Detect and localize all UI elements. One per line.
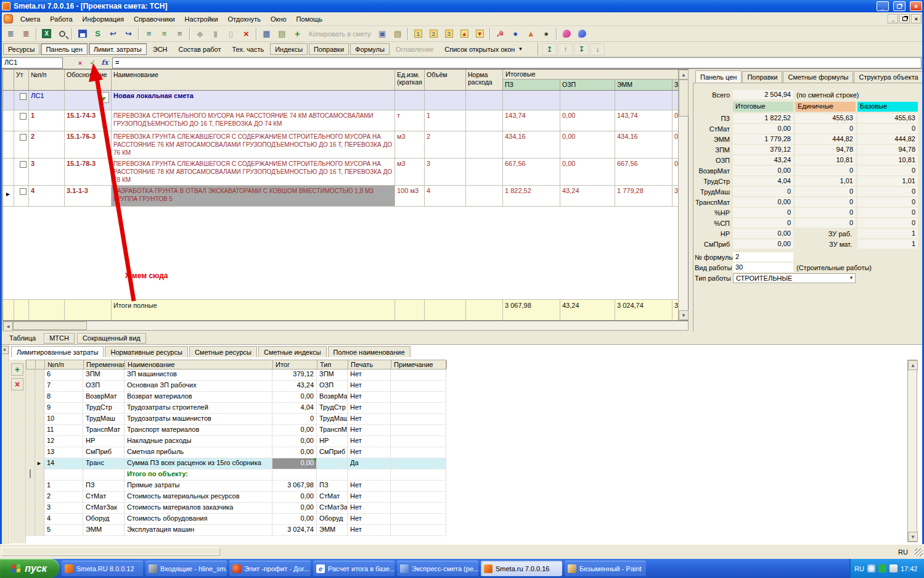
checkbox-icon[interactable] <box>20 188 27 195</box>
estimate-tree-add-icon[interactable]: ≣ <box>18 27 34 41</box>
tab-struktura-obekta[interactable]: Структура объекта <box>854 71 923 83</box>
position-row[interactable]: 1 15.1-74-3 ПЕРЕВОЗКА СТРОИТЕЛЬНОГО МУСО… <box>3 110 679 131</box>
grid-vertical-scrollbar[interactable]: ▲ ▼ <box>678 70 688 320</box>
antivirus-icon[interactable] <box>878 564 886 572</box>
mdi-minimize-button[interactable]: _ <box>888 14 898 23</box>
tab-panel-cen-right[interactable]: Панель цен <box>695 70 742 83</box>
object-cost-row[interactable]: 3 СтМатЗак Стоимость материалов заказчик… <box>26 503 446 514</box>
tab-smetnye-formuly[interactable]: Сметные формулы <box>783 71 853 83</box>
taskbar-button-smeta7-active[interactable]: Smeta.ru 7.0.0.16 <box>481 561 562 576</box>
tab-popravki-right[interactable]: Поправки <box>742 71 782 83</box>
price-base-value[interactable]: 1,01 <box>857 176 918 186</box>
add-cost-button[interactable]: + <box>11 363 23 376</box>
function-fx-button[interactable]: fx <box>99 57 111 68</box>
nr-total[interactable]: 0,00 <box>733 229 793 238</box>
approve-checkbox[interactable] <box>14 159 29 185</box>
costs-header-total[interactable]: Итог <box>273 360 317 369</box>
tab-mtsn[interactable]: МТСН <box>44 333 75 344</box>
approve-checkbox[interactable] <box>14 110 29 131</box>
cost-row[interactable]: 14 Транс Сумма ПЗ всех расценок из 15го … <box>26 458 446 469</box>
tab-normativnye-resursy[interactable]: Нормативные ресурсы <box>105 346 187 357</box>
taskbar-button-paint[interactable]: Безымянный - Paint <box>565 561 646 576</box>
formula-number-input[interactable]: 2 <box>733 252 793 262</box>
scroll-left-icon[interactable]: ◄ <box>3 321 13 331</box>
tab-indeksy[interactable]: Индексы <box>270 43 308 55</box>
price-base-value[interactable]: 0 <box>857 218 918 228</box>
cost-row[interactable]: 11 ТранспМат Транспорт материалов 0,00 Т… <box>26 425 446 436</box>
checkbox-icon[interactable] <box>20 134 27 141</box>
price-unit-value[interactable]: 0 <box>795 124 856 133</box>
cancel-formula-icon[interactable]: × <box>74 57 86 68</box>
tab-limitirovannye-zatraty[interactable]: Лимитированные затраты <box>11 346 104 357</box>
checkbox-icon[interactable] <box>20 93 27 100</box>
costs-header-type[interactable]: Тип <box>317 360 348 369</box>
approve-checkbox[interactable] <box>14 186 29 206</box>
price-total-value[interactable]: 0 <box>733 208 793 217</box>
menu-spravochniki[interactable]: Справочники <box>129 13 180 25</box>
approve-checkbox[interactable] <box>14 131 29 158</box>
price-base-value[interactable]: 0 <box>857 166 918 175</box>
price-base-value[interactable]: 10,81 <box>857 155 918 165</box>
price-total-value[interactable]: 4,04 <box>733 176 793 186</box>
resources-icon[interactable]: ☭ <box>493 27 508 41</box>
object-cost-row[interactable]: 2 СтМат Стоимость материальных ресурсов … <box>26 492 446 503</box>
cost-row[interactable]: 13 СмПриб Сметная прибыль 0,00 СмПриб Не… <box>26 447 446 458</box>
sort-up-icon[interactable]: ▲ <box>457 27 472 41</box>
tab-polnoe-naimenovanie[interactable]: Полное наименование <box>328 346 411 357</box>
tab-tablica[interactable]: Таблица <box>4 333 41 344</box>
cost-row[interactable]: 9 ТрудСтр Трудозатраты строителей 4,04 Т… <box>26 403 446 414</box>
header-name[interactable]: Наименование <box>112 70 395 90</box>
object-structure-icon[interactable]: ▦ <box>259 27 274 41</box>
insert-sub-row-icon[interactable]: ≡ <box>157 27 172 41</box>
price-unit-value[interactable]: 0 <box>795 187 856 196</box>
restore-button[interactable] <box>893 1 906 11</box>
transport-icon[interactable]: ● <box>508 27 523 41</box>
clock[interactable]: 17:42 <box>901 565 918 572</box>
pricebook-3-icon[interactable]: 3 <box>441 27 457 41</box>
close-button[interactable]: × <box>910 1 922 11</box>
header-unit[interactable]: Ед.изм. (краткая <box>395 70 425 90</box>
price-total-value[interactable]: 0 <box>733 187 793 196</box>
work-type-dropdown[interactable]: СТРОИТЕЛЬНЫЕ▼ <box>733 273 856 283</box>
price-unit-value[interactable]: 0 <box>795 218 856 228</box>
formula-input[interactable]: = <box>112 57 922 68</box>
cost-row[interactable]: 12 НР Накладные расходы 0,00 НР Нет <box>26 436 446 447</box>
save-icon[interactable] <box>75 27 90 41</box>
price-total-value[interactable]: 0,00 <box>733 166 793 175</box>
costs-vertical-scrollbar[interactable]: ▲ ▼ <box>907 360 917 542</box>
mdi-restore-button[interactable] <box>899 14 910 23</box>
insert-row-icon[interactable]: ≡ <box>141 27 157 41</box>
tab-smetnye-resursy[interactable]: Сметные ресурсы <box>189 346 257 357</box>
scroll-down-icon[interactable]: ▼ <box>679 310 689 320</box>
tab-sokrashennyi-vid[interactable]: Сокращенный вид <box>77 333 146 344</box>
price-unit-value[interactable]: 444,82 <box>795 134 856 144</box>
cost-row[interactable]: 10 ТрудМаш Трудозатраты машинистов 0 Тру… <box>26 414 446 425</box>
pricebook-1-icon[interactable]: 1 <box>411 27 426 41</box>
blue-book-icon[interactable] <box>574 27 590 41</box>
tab-open-windows[interactable]: Список открытых окон▼ <box>440 43 528 55</box>
price-base-value[interactable]: 0 <box>857 187 918 196</box>
work-kind-input[interactable]: 30 <box>733 263 793 272</box>
price-unit-value[interactable]: 0 <box>795 197 856 207</box>
move-top-icon[interactable]: ↑ <box>558 43 573 56</box>
position-row[interactable]: 3 15.1-78-3 ПЕРЕВОЗКА ГРУНТА СЛЕЖАВШЕГОС… <box>3 159 679 186</box>
costs-header-print[interactable]: Печать <box>348 360 391 369</box>
cell-reference-box[interactable]: ЛС1 <box>1 57 63 68</box>
price-base-value[interactable]: 0 <box>857 208 918 217</box>
copy-pages-icon[interactable]: ▣ <box>375 27 390 41</box>
start-button[interactable]: пуск <box>0 559 59 578</box>
scroll-down-icon[interactable]: ▼ <box>908 532 918 542</box>
pink-book-icon[interactable] <box>559 27 574 41</box>
notebook-icon[interactable]: ▤ <box>390 27 406 41</box>
price-base-value[interactable]: 0 <box>857 197 918 207</box>
costs-header-var[interactable]: Переменная <box>84 360 125 369</box>
zu-mat-value[interactable]: 1 <box>857 239 918 249</box>
header-pz[interactable]: ПЗ <box>503 80 560 90</box>
scroll-thumb[interactable] <box>13 321 87 330</box>
cost-row[interactable]: 6 ЗПМ ЗП машинистов 379,12 ЗПМ Нет <box>26 370 446 381</box>
cost-row[interactable]: 7 ОЗП Основная ЗП рабочих 43,24 ОЗП Нет <box>26 381 446 392</box>
save-refresh-icon[interactable]: S <box>90 27 105 41</box>
price-unit-value[interactable]: 10,81 <box>795 155 856 165</box>
scroll-thumb[interactable] <box>679 80 689 117</box>
redo-icon[interactable]: ↪ <box>121 27 136 41</box>
